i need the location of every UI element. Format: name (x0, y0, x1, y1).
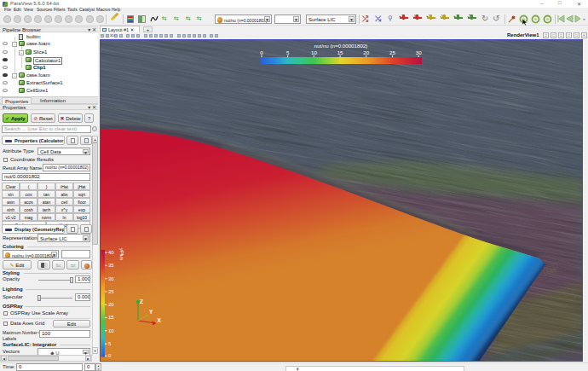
svg-text:25: 25 (389, 49, 395, 55)
svg-text:15: 15 (108, 315, 113, 320)
svg-text:yPlus: yPlus (119, 248, 124, 260)
svg-text:20: 20 (108, 302, 113, 307)
svg-text:X: X (158, 317, 162, 323)
svg-text:0: 0 (108, 353, 111, 358)
svg-text:40: 40 (108, 250, 113, 255)
svg-text:30: 30 (416, 49, 422, 55)
svg-text:10: 10 (311, 49, 317, 55)
svg-text:nut/nu (n=0.00001802): nut/nu (n=0.00001802) (314, 43, 368, 49)
svg-text:Z: Z (140, 299, 143, 304)
svg-text:0: 0 (260, 49, 263, 55)
svg-text:10: 10 (108, 328, 113, 333)
svg-text:Y: Y (149, 309, 153, 315)
svg-text:35: 35 (108, 263, 113, 268)
svg-text:15: 15 (337, 49, 343, 55)
svg-text:30: 30 (108, 276, 113, 281)
svg-text:20: 20 (363, 49, 369, 55)
svg-text:5: 5 (108, 341, 111, 346)
svg-text:5: 5 (286, 49, 290, 55)
svg-text:25: 25 (108, 289, 113, 294)
